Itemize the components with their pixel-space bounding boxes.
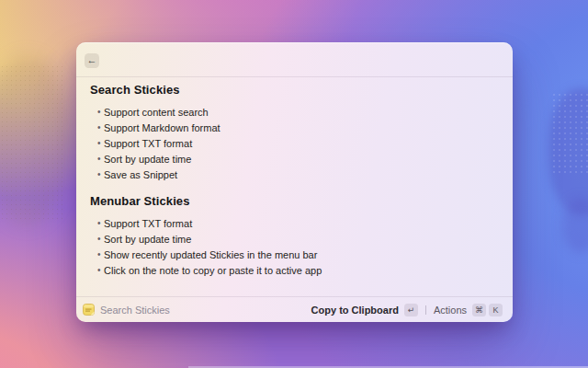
feature-section: Menubar Stickies•Support TXT format•Sort… bbox=[90, 194, 499, 276]
bullet-icon: • bbox=[97, 154, 104, 165]
footer-actions: Copy to Clipboard ↵ Actions ⌘ K bbox=[311, 304, 503, 316]
raycast-style-window: ← Search Stickies•Support content search… bbox=[76, 42, 513, 322]
window-header: ← bbox=[76, 42, 513, 77]
bullet-icon: • bbox=[97, 122, 104, 133]
feature-item: •Support TXT format bbox=[97, 218, 499, 229]
feature-item-text: Support TXT format bbox=[104, 218, 192, 229]
bullet-icon: • bbox=[97, 249, 104, 260]
feature-item-text: Support content search bbox=[104, 107, 209, 118]
bullet-icon: • bbox=[97, 169, 104, 180]
bullet-icon: • bbox=[97, 265, 104, 276]
feature-list: •Support content search•Support Markdown… bbox=[90, 107, 499, 180]
command-key-badge: ⌘ bbox=[472, 304, 486, 316]
section-title: Search Stickies bbox=[90, 83, 499, 98]
background-left-speckles bbox=[0, 64, 64, 221]
feature-item-text: Support TXT format bbox=[104, 138, 192, 149]
feature-item: •Support content search bbox=[97, 107, 499, 118]
back-button[interactable]: ← bbox=[85, 53, 99, 68]
feature-item: •Sort by update time bbox=[97, 154, 499, 165]
feature-item-text: Save as Snippet bbox=[104, 169, 177, 180]
stickies-note-icon bbox=[83, 304, 95, 316]
window-footer: Search Stickies Copy to Clipboard ↵ Acti… bbox=[76, 296, 513, 322]
actions-menu-button[interactable]: Actions bbox=[434, 305, 467, 316]
section-title: Menubar Stickies bbox=[90, 194, 499, 209]
bullet-icon: • bbox=[97, 218, 104, 229]
bullet-icon: • bbox=[97, 107, 104, 118]
background-right-speckles bbox=[551, 92, 588, 175]
feature-item: •Sort by update time bbox=[97, 234, 499, 245]
feature-section: Search Stickies•Support content search•S… bbox=[90, 83, 499, 180]
feature-item: •Save as Snippet bbox=[97, 169, 499, 180]
feature-item: •Support Markdown format bbox=[97, 122, 499, 133]
feature-item: •Click on the note to copy or paste it t… bbox=[97, 265, 499, 276]
back-arrow-icon: ← bbox=[87, 55, 97, 65]
copy-to-clipboard-button[interactable]: Copy to Clipboard bbox=[311, 305, 399, 316]
search-input[interactable]: Search Stickies bbox=[100, 305, 170, 316]
return-key-badge: ↵ bbox=[404, 304, 418, 316]
content-sections: Search Stickies•Support content search•S… bbox=[76, 77, 513, 296]
feature-item-text: Support Markdown format bbox=[104, 122, 220, 133]
feature-item: •Support TXT format bbox=[97, 138, 499, 149]
feature-item-text: Click on the note to copy or paste it to… bbox=[104, 265, 322, 276]
feature-item-text: Sort by update time bbox=[104, 234, 191, 245]
footer-separator bbox=[425, 305, 426, 315]
feature-item: •Show recently updated Stickies in the m… bbox=[97, 249, 499, 260]
bullet-icon: • bbox=[97, 138, 104, 149]
feature-item-text: Show recently updated Stickies in the me… bbox=[104, 249, 317, 260]
feature-list: •Support TXT format•Sort by update time•… bbox=[90, 218, 499, 276]
feature-item-text: Sort by update time bbox=[104, 154, 191, 165]
k-key-badge: K bbox=[489, 304, 503, 316]
bullet-icon: • bbox=[97, 234, 104, 245]
